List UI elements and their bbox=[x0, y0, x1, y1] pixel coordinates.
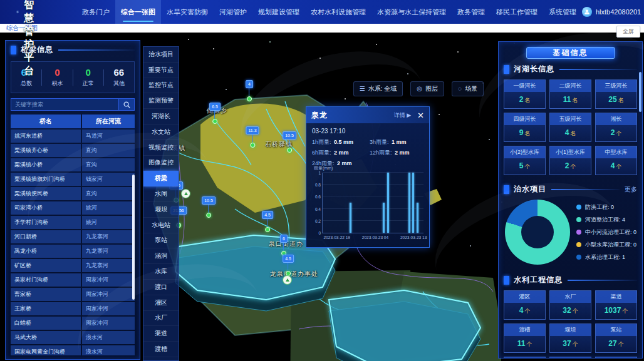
layer-menu-item[interactable]: 泵站 bbox=[143, 233, 179, 249]
rain-metric: 1h雨量: 0.5 mm bbox=[312, 138, 366, 146]
rain-bar bbox=[408, 173, 410, 233]
table-row[interactable]: 司家湾小桥姚河 bbox=[11, 201, 135, 215]
bridge-table: 桥名所在河流姚河东道桥马道河栗溪镇齐心桥直沟栗溪镇小桥直沟栗溪镇插旗刘门沟桥钱家… bbox=[11, 114, 135, 355]
river-chief-card: 五级河长4名 bbox=[549, 113, 591, 142]
stat-label: 积水 bbox=[42, 79, 72, 88]
station-marker[interactable]: 6 bbox=[280, 235, 288, 256]
basic-info-button[interactable]: 基础信息 bbox=[526, 47, 615, 59]
search-input[interactable] bbox=[11, 98, 118, 111]
layer-menu-item[interactable]: 水库 bbox=[143, 264, 179, 280]
card-value: 4个 bbox=[596, 158, 636, 175]
table-row[interactable]: 王家桥周家冲河 bbox=[11, 302, 135, 315]
table-row[interactable]: 栗溪镇小桥直沟 bbox=[11, 158, 135, 171]
map-control-button[interactable]: ◌场景 bbox=[452, 81, 484, 96]
table-row[interactable]: 马武大桥浪水河 bbox=[11, 331, 135, 344]
station-marker[interactable]: 6.5 bbox=[209, 103, 221, 124]
layer-menu-item[interactable]: 监测预警 bbox=[143, 93, 179, 109]
layer-menu-item[interactable]: 渡口 bbox=[143, 280, 179, 295]
river-chief-card: 三级河长25名 bbox=[595, 79, 637, 109]
projects-header: 治水项目 更多 bbox=[499, 180, 642, 197]
stat-value: 66 bbox=[104, 67, 134, 78]
marker-stem bbox=[252, 135, 252, 143]
table-row[interactable]: 李学村门沟桥姚河 bbox=[11, 216, 135, 229]
station-marker[interactable]: 4.5 bbox=[262, 211, 273, 232]
layer-menu-item[interactable]: 桥梁 bbox=[143, 171, 179, 186]
panel-scrollbar[interactable] bbox=[639, 72, 641, 112]
station-marker[interactable]: 10.5 bbox=[202, 196, 216, 218]
bridge-name-cell: 司家湾小桥 bbox=[11, 201, 81, 215]
river-cell: 周家冲河 bbox=[82, 288, 135, 301]
table-row[interactable]: 矿区桥九龙寨河 bbox=[11, 259, 135, 272]
table-row[interactable]: 国家电网黄金门沟桥浪水河 bbox=[11, 345, 135, 355]
table-row[interactable]: 吴家村门沟桥周家冲河 bbox=[11, 273, 135, 287]
nav-item[interactable]: 农村水利设施管理 bbox=[305, 0, 371, 24]
layer-menu-item[interactable]: 灌区 bbox=[143, 295, 179, 311]
nav-item[interactable]: 政务门户 bbox=[76, 0, 115, 24]
table-row[interactable]: 栗溪镇齐心桥直沟 bbox=[11, 144, 135, 157]
layer-menu-item[interactable]: 治水项目 bbox=[143, 47, 179, 63]
camera-poi-icon[interactable] bbox=[283, 275, 292, 285]
layer-menu-item[interactable]: 堰坝 bbox=[143, 202, 179, 218]
projects-more-link[interactable]: 更多 bbox=[625, 185, 637, 194]
river-cell: 周家冲河 bbox=[82, 302, 135, 315]
layer-menu-item[interactable]: 水电站 bbox=[143, 218, 179, 233]
layer-menu-item[interactable]: 水厂 bbox=[143, 311, 179, 327]
nav-item[interactable]: 政务管理 bbox=[452, 0, 491, 24]
nav-item[interactable]: 河湖管护 bbox=[214, 0, 252, 24]
bridge-name-cell: 白蜡桥 bbox=[11, 317, 81, 330]
arrow-right-icon: ▶ bbox=[407, 112, 411, 118]
layer-menu-item[interactable]: 渡槽 bbox=[143, 342, 179, 357]
station-marker[interactable]: 4.5 bbox=[283, 255, 294, 276]
table-row[interactable]: 栗溪镇便民桥直沟 bbox=[11, 187, 135, 200]
table-scrollbar[interactable] bbox=[132, 175, 135, 300]
layer-menu-item[interactable]: 监控节点 bbox=[143, 78, 179, 94]
nav-item[interactable]: 移民工作管理 bbox=[491, 0, 543, 24]
fullscreen-button[interactable]: 全屏 bbox=[616, 26, 640, 38]
marker-dot-icon bbox=[212, 119, 217, 124]
nav-item[interactable]: 规划建设管理 bbox=[252, 0, 305, 24]
nav-item[interactable]: 水资源与水土保持管理 bbox=[371, 0, 452, 24]
nav-item[interactable]: 综合一张图 bbox=[115, 0, 161, 24]
table-row[interactable]: 禹龙小桥九龙寨河 bbox=[11, 245, 135, 258]
close-icon[interactable]: ✕ bbox=[417, 111, 424, 119]
map-control-button[interactable]: ◎图层 bbox=[410, 81, 444, 96]
legend-item: 河道整治工程: 4 bbox=[576, 216, 636, 224]
scenic-poi-icon[interactable] bbox=[181, 189, 190, 198]
rain-metrics: 1h雨量: 0.5 mm3h雨量: 1 mm6h雨量: 2 mm12h雨量: 2… bbox=[312, 138, 423, 168]
table-row[interactable]: 河口新桥九龙寨河 bbox=[11, 230, 135, 243]
legend-item: 防洪工程: 0 bbox=[576, 203, 636, 211]
layer-menu-item[interactable]: 视频监控 bbox=[143, 140, 179, 156]
station-marker[interactable]: 11.3 bbox=[246, 126, 259, 148]
layer-menu-item[interactable]: 水文站 bbox=[143, 125, 179, 140]
layer-menu-item[interactable]: 图像监控 bbox=[143, 156, 179, 171]
station-marker[interactable]: 4 bbox=[246, 80, 253, 101]
legend-item: 水系治理工程: 1 bbox=[576, 253, 636, 262]
station-marker[interactable]: 10.5 bbox=[283, 131, 296, 153]
layer-menu-item[interactable]: 河湖长 bbox=[143, 109, 179, 125]
search-button[interactable] bbox=[118, 98, 135, 111]
nav-item[interactable]: 系统管理 bbox=[543, 0, 582, 24]
card-value: 11名 bbox=[550, 92, 591, 108]
layer-menu-item[interactable]: 涵洞 bbox=[143, 248, 179, 264]
card-label: 小(1)型水库 bbox=[550, 146, 591, 158]
legend-dot-icon bbox=[576, 242, 581, 247]
river-cell: 浪水河 bbox=[82, 331, 135, 344]
layer-menu-item[interactable]: 渠道 bbox=[143, 326, 179, 342]
layer-menu-item[interactable]: 水闸 bbox=[143, 186, 179, 202]
card-value: 27个 bbox=[596, 336, 636, 352]
table-row[interactable]: 栗溪镇插旗刘门沟桥钱家河 bbox=[11, 173, 135, 186]
layer-menu-item[interactable]: 重要节点 bbox=[143, 63, 179, 78]
river-chief-cards: 一级河长2名二级河长11名三级河长25名四级河长9名五级河长4名湖长2个小(2)… bbox=[499, 77, 642, 180]
user-menu[interactable]: hlxtb42080201 ▼ bbox=[582, 7, 644, 17]
layer-menu-item[interactable]: 隧洞 bbox=[143, 357, 179, 361]
bridge-name-cell: 姚河东道桥 bbox=[11, 130, 81, 143]
popup-detail-link[interactable]: 详情 ▶ bbox=[394, 111, 411, 119]
table-row[interactable]: 白蜡桥周家冲河 bbox=[11, 317, 135, 330]
table-row[interactable]: 姚河东道桥马道河 bbox=[11, 130, 135, 143]
stat-value: 0 bbox=[42, 67, 72, 78]
map-control-label: 场景 bbox=[465, 84, 477, 93]
nav-item[interactable]: 水旱灾害防御 bbox=[161, 0, 214, 24]
card-label: 渠道 bbox=[596, 291, 636, 303]
map-control-button[interactable]: ☰水系: 全域 bbox=[353, 81, 403, 96]
table-row[interactable]: 曹家桥周家冲河 bbox=[11, 288, 135, 301]
